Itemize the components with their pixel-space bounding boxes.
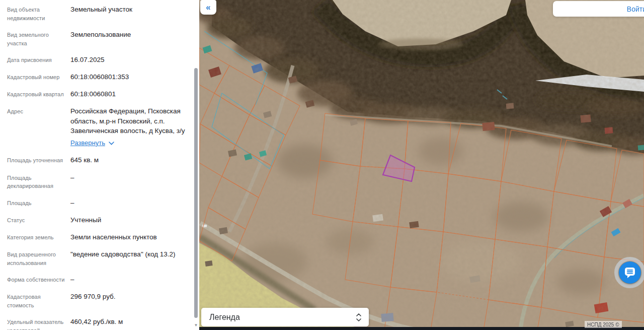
info-value: – (70, 173, 194, 190)
info-value: Учтенный (70, 215, 194, 225)
expand-address-link[interactable]: Развернуть (70, 139, 114, 148)
info-label: Статус (7, 215, 65, 225)
up-down-chevrons-icon (356, 313, 362, 322)
object-info-panel: Вид объекта недвижимости Земельный участ… (0, 0, 199, 330)
scrollbar-down-arrow-icon[interactable]: ▼ (194, 323, 198, 328)
login-label: Войти (627, 5, 644, 13)
info-label: Вид объекта недвижимости (7, 5, 65, 22)
satellite-map-canvas[interactable] (199, 0, 644, 330)
legend-dropdown[interactable]: Легенда (201, 308, 369, 326)
info-value: – (70, 275, 194, 284)
app-root: Вид объекта недвижимости Земельный участ… (0, 0, 644, 330)
info-label: Вид разрешенного использования (7, 249, 65, 267)
info-value: Земельный участок (70, 5, 194, 22)
info-label: Вид земельного участка (7, 30, 65, 47)
info-row-area: Площадь – (0, 198, 199, 208)
info-value: "ведение садоводства" (код 13.2) (70, 249, 194, 267)
info-value: 645 кв. м (70, 155, 194, 165)
chat-button[interactable] (619, 261, 641, 284)
info-label: Кадастровая стоимость (7, 292, 65, 309)
info-label: Адрес (7, 106, 65, 148)
info-label: Удельный показатель кадастровой стоимост… (7, 317, 65, 330)
chat-bubble-icon (624, 267, 636, 279)
info-row-land-category: Категория земель Земли населенных пункто… (0, 232, 199, 242)
info-label: Дата присвоения (7, 55, 65, 64)
chevron-down-icon (109, 142, 114, 145)
sidebar-scrollbar-track[interactable]: ▼ (193, 0, 199, 330)
info-row-cadastral-value: Кадастровая стоимость 296 970,9 руб. (0, 292, 199, 309)
info-value: Российская Федерация, Псковская область,… (70, 106, 194, 148)
legend-label: Легенда (209, 313, 356, 322)
info-row-object-type: Вид объекта недвижимости Земельный участ… (0, 5, 199, 22)
info-label: Форма собственности (7, 275, 65, 284)
info-label: Категория земель (7, 232, 65, 242)
satellite-grain-texture (199, 0, 644, 330)
login-button[interactable]: Войти (553, 1, 644, 17)
info-value: Землепользование (70, 30, 194, 47)
chevrons-left-icon: « (206, 3, 210, 12)
sidebar-scrollbar-thumb[interactable] (194, 68, 198, 318)
info-label: Площадь декларированная (7, 173, 65, 190)
info-value: – (70, 198, 194, 208)
info-row-address: Адрес Российская Федерация, Псковская об… (0, 106, 199, 148)
map-attribution: НСПД 2025 © (585, 321, 622, 328)
info-label: Кадастровый номер (7, 72, 65, 82)
info-row-ownership-form: Форма собственности – (0, 275, 199, 284)
map-bottom-edge (199, 327, 644, 330)
map-area[interactable]: « Войти Легенда НСПД 2025 © (199, 0, 644, 330)
address-text: Российская Федерация, Псковская область,… (70, 107, 185, 134)
info-label: Площадь уточненная (7, 155, 65, 165)
info-row-status: Статус Учтенный (0, 215, 199, 225)
info-row-area-declared: Площадь декларированная – (0, 173, 199, 190)
info-value: 296 970,9 руб. (70, 292, 194, 309)
info-row-area-refined: Площадь уточненная 645 кв. м (0, 155, 199, 165)
collapse-sidebar-button[interactable]: « (200, 0, 216, 15)
info-row-parcel-type: Вид земельного участка Землепользование (0, 30, 199, 47)
info-label: Кадастровый квартал (7, 89, 65, 99)
info-value: 60:18:0060801 (70, 89, 194, 99)
info-value: Земли населенных пунктов (70, 232, 194, 242)
info-row-cadastral-number: Кадастровый номер 60:18:0060801:353 (0, 72, 199, 82)
info-row-permitted-use: Вид разрешенного использования "ведение … (0, 249, 199, 267)
info-row-assign-date: Дата присвоения 16.07.2025 (0, 55, 199, 64)
info-value: 16.07.2025 (70, 55, 194, 64)
info-value: 60:18:0060801:353 (70, 72, 194, 82)
info-row-cadastral-block: Кадастровый квартал 60:18:0060801 (0, 89, 199, 99)
info-row-specific-value: Удельный показатель кадастровой стоимост… (0, 317, 199, 330)
expand-label: Развернуть (70, 139, 105, 148)
info-label: Площадь (7, 198, 65, 208)
attribution-text: НСПД 2025 © (587, 322, 619, 327)
info-value: 460,42 руб./кв. м (70, 317, 194, 330)
